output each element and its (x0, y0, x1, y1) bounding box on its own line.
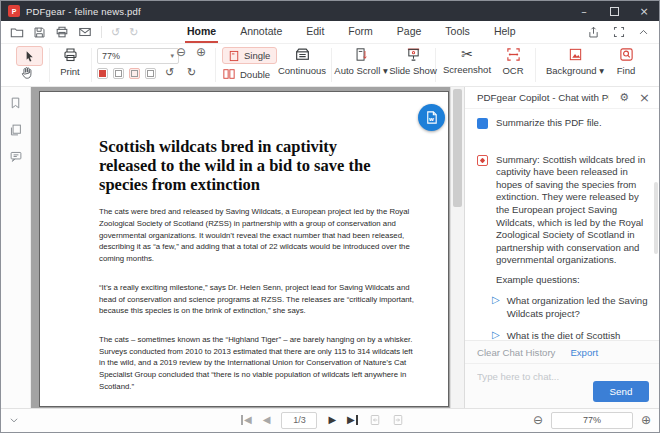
pdf-page[interactable]: Scottish wildcats bred in captivity rele… (39, 91, 449, 407)
tab-page[interactable]: Page (395, 21, 424, 43)
print-button[interactable]: Print (53, 47, 87, 77)
fit-page-button[interactable] (113, 68, 124, 79)
zoom-level[interactable]: 77% (551, 412, 633, 429)
quick-print-icon[interactable] (55, 25, 69, 39)
maximize-button[interactable] (599, 1, 629, 21)
zoom-out-button[interactable]: ⊖ (533, 414, 543, 426)
fullscreen-icon[interactable] (613, 26, 625, 38)
thumbnails-icon[interactable] (9, 123, 22, 137)
first-page-button[interactable]: ◀ (241, 415, 252, 425)
maximize-icon (610, 7, 619, 16)
tab-form[interactable]: Form (346, 21, 375, 43)
example-question[interactable]: ▷ What organization led the Saving Wildc… (492, 294, 651, 320)
copilot-avatar (477, 155, 488, 166)
zoom-in-button[interactable]: ⊕ (641, 414, 651, 426)
next-view-button[interactable] (392, 414, 404, 426)
copilot-header: PDFgear Copilot - Chat with PDF ⚙ × (465, 87, 659, 109)
previous-page-button[interactable]: ◀ (263, 415, 271, 425)
fit-visible-button[interactable] (145, 68, 156, 79)
auto-scroll-icon (354, 47, 368, 62)
paragraph: “It’s a really exciting milestone,” says… (99, 282, 417, 317)
bookmarks-icon[interactable] (9, 96, 22, 110)
screenshot-button[interactable]: ✂ Screenshot (441, 47, 493, 75)
continuous-page-icon (294, 47, 311, 62)
paragraph: The cats were bred and released by Savin… (99, 206, 417, 264)
slide-show-button[interactable]: Slide Show (391, 47, 435, 76)
article-title: Scottish wildcats bred in captivity rele… (99, 137, 381, 194)
background-icon (568, 47, 583, 62)
find-icon (619, 47, 634, 62)
main-area: Scottish wildcats bred in captivity rele… (1, 87, 659, 409)
zoom-dropdown[interactable]: 77% ▾ (97, 48, 179, 64)
send-question-icon: ▷ (492, 295, 500, 320)
email-icon[interactable] (78, 25, 92, 39)
actual-size-button[interactable] (129, 68, 140, 79)
continuous-view-button[interactable]: Continuous (278, 47, 326, 76)
collapse-ribbon-icon[interactable] (638, 27, 649, 38)
next-page-button[interactable]: ▶ (328, 415, 336, 425)
divider (101, 26, 102, 38)
page-indicator[interactable]: 1/3 (281, 412, 317, 429)
menu-tabs: Home Annotate Edit Form Page Tools Help (185, 21, 517, 43)
chevron-down-icon: ▾ (599, 65, 604, 76)
cursor-icon (23, 50, 36, 63)
find-button[interactable]: Find (609, 47, 643, 76)
zoom-in-button[interactable]: ⊕ (196, 46, 206, 58)
tab-edit[interactable]: Edit (304, 21, 326, 43)
example-questions-label: Example questions: (496, 274, 651, 285)
zoom-out-button[interactable]: ⊖ (176, 46, 186, 58)
tab-home[interactable]: Home (185, 21, 218, 43)
copilot-title: PDFgear Copilot - Chat with PDF (477, 92, 609, 103)
document-viewport[interactable]: Scottish wildcats bred in captivity rele… (31, 87, 464, 409)
clear-chat-history-link[interactable]: Clear Chat History (477, 347, 555, 358)
copilot-close-icon[interactable]: × (639, 91, 650, 104)
share-icon[interactable] (587, 26, 600, 39)
chevron-down-icon: ▾ (383, 65, 388, 76)
slide-show-icon (406, 47, 421, 62)
hand-tool-button[interactable] (20, 66, 34, 80)
chevron-down-icon: ▾ (170, 53, 174, 60)
last-page-button[interactable]: ▶ (347, 415, 358, 425)
comments-icon[interactable] (9, 150, 23, 163)
background-button[interactable]: Background ▾ (545, 47, 605, 76)
undo-icon[interactable]: ↺ (111, 27, 120, 38)
redo-icon[interactable]: ↻ (129, 27, 138, 38)
user-avatar (477, 118, 488, 129)
double-page-icon (223, 68, 235, 80)
tab-annotate[interactable]: Annotate (238, 21, 284, 43)
pdfgear-logo-icon: P (8, 5, 20, 17)
copilot-settings-icon[interactable]: ⚙ (619, 92, 629, 103)
chat-scrollbar-thumb[interactable] (654, 182, 658, 254)
convert-to-word-button[interactable]: w (418, 104, 445, 131)
rotate-right-button[interactable]: ↻ (187, 67, 196, 78)
ocr-button[interactable]: OCR (497, 47, 529, 76)
chat-input[interactable] (465, 364, 659, 382)
auto-scroll-button[interactable]: Auto Scroll ▾ (335, 47, 387, 76)
scrollbar-thumb[interactable] (453, 89, 462, 207)
rotate-left-button[interactable]: ↺ (165, 67, 174, 78)
chat-area: Summarize this PDF file. Summary: Scotti… (465, 109, 659, 341)
ocr-icon (506, 47, 521, 62)
previous-view-button[interactable] (369, 414, 381, 426)
single-view-button[interactable]: Single (222, 47, 277, 64)
hand-icon (20, 66, 34, 80)
double-view-button[interactable]: Double (223, 68, 270, 80)
statusbar-collapse-icon[interactable] (9, 415, 19, 425)
tab-tools[interactable]: Tools (443, 21, 472, 43)
printer-icon (62, 47, 79, 63)
window-title: PDFgear - feline news.pdf (26, 6, 141, 17)
select-tool-button[interactable] (16, 46, 43, 66)
close-button[interactable]: × (629, 1, 659, 21)
tab-help[interactable]: Help (492, 21, 518, 43)
scissors-icon: ✂ (461, 47, 473, 61)
save-icon[interactable] (33, 26, 46, 39)
document-scrollbar[interactable] (450, 87, 464, 409)
paragraph: The cats – sometimes known as the “Highl… (99, 334, 417, 392)
fit-width-button[interactable] (97, 68, 108, 79)
minimize-button[interactable]: – (569, 1, 599, 21)
page-navigation: ◀ ◀ 1/3 ▶ ▶ (241, 409, 404, 431)
open-file-icon[interactable] (10, 25, 24, 39)
send-button[interactable]: Send (593, 381, 649, 402)
user-message: Summarize this PDF file. (477, 117, 651, 130)
export-link[interactable]: Export (570, 347, 598, 358)
